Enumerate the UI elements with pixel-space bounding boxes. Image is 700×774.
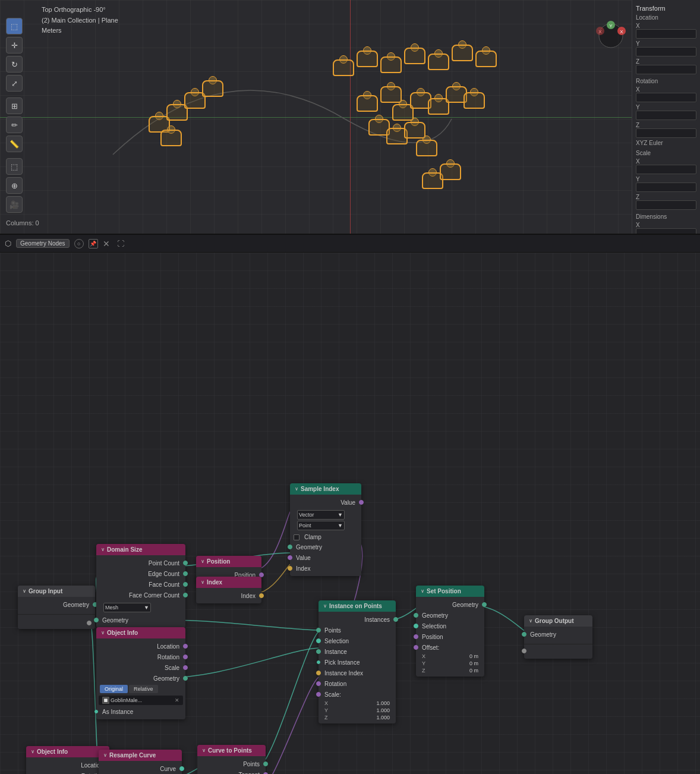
clamp-label: Clamp (302, 534, 324, 540)
face-corner-count-label: Face Corner Count (127, 592, 182, 599)
sp-position-socket[interactable] (414, 634, 418, 639)
iop-instances-socket[interactable] (393, 617, 398, 622)
mesh-dropdown[interactable]: Mesh ▼ (103, 603, 151, 612)
location-z-input[interactable] (636, 65, 696, 74)
measure-tool[interactable]: 📏 (6, 136, 23, 152)
oi1-geometry-socket[interactable] (183, 676, 188, 681)
3d-viewport[interactable]: Top Orthographic -90° (2) Main Collectio… (0, 0, 700, 235)
dim-x-input[interactable] (636, 228, 696, 235)
scale-y-input[interactable] (636, 183, 696, 192)
sp-selection-socket[interactable] (414, 624, 418, 628)
dimensions-label: Dimensions (636, 213, 696, 220)
sp-geometry-in-socket[interactable] (414, 613, 418, 618)
oi1-original-tab[interactable]: Original (100, 685, 128, 693)
face-count-socket[interactable] (183, 582, 188, 587)
goblin-instance (440, 163, 461, 180)
clamp-checkbox[interactable] (294, 534, 299, 540)
domain-size-header: ∨ Domain Size (96, 544, 185, 555)
rc-curve-out-socket[interactable] (179, 766, 184, 771)
move-tool[interactable]: ✛ (6, 37, 23, 54)
value-output-socket[interactable] (359, 500, 364, 505)
iop-selection-socket[interactable] (316, 638, 321, 643)
transform-title[interactable]: Transform (636, 5, 696, 12)
oi1-scale-socket[interactable] (183, 665, 188, 670)
oi1-as-instance-socket[interactable] (94, 710, 98, 713)
location-y-input[interactable] (636, 47, 696, 56)
si-value-socket[interactable] (288, 555, 292, 560)
annotate-tool[interactable]: ✏ (6, 117, 23, 133)
iop-points-socket[interactable] (316, 628, 321, 633)
curve-to-points-node[interactable]: ∨ Curve to Points Points Tangent Normal … (197, 745, 266, 774)
go-geometry-socket[interactable] (522, 632, 526, 637)
cursor-tool[interactable]: ⊕ (6, 177, 23, 194)
si-geometry-label: Geometry (294, 544, 324, 550)
goblin-instance (416, 140, 437, 156)
oi2-rotation-row: Rotation (26, 770, 109, 774)
node-editor[interactable]: ⬡ Geometry Nodes ○ 📌 ✕ ⛶ (0, 235, 700, 774)
iop-scale-socket[interactable] (316, 692, 321, 697)
iop-index-socket[interactable] (316, 671, 321, 675)
face-corner-count-socket[interactable] (183, 593, 188, 597)
goblin-instance (380, 86, 402, 103)
rotation-z-input[interactable] (636, 128, 696, 138)
rotation-x-input[interactable] (636, 93, 696, 102)
oi1-close-btn[interactable]: ✕ (175, 697, 179, 703)
transform-tool[interactable]: ⊞ (6, 97, 23, 114)
snap-btn[interactable]: ⛶ (117, 240, 124, 248)
index-out-row: Index (196, 590, 261, 601)
oi1-relative-tab[interactable]: Relative (129, 685, 158, 693)
camera-tool[interactable]: 🎥 (6, 196, 23, 213)
domain-size-title: Domain Size (107, 546, 142, 553)
set-position-node[interactable]: ∨ Set Position Geometry Geometry Selecti… (416, 586, 484, 677)
iop-rotation-socket[interactable] (316, 681, 321, 686)
group-input-node[interactable]: ∨ Group Input Geometry (18, 586, 95, 629)
oi1-location-socket[interactable] (183, 644, 188, 649)
group-output-node[interactable]: ∨ Group Output Geometry (524, 615, 592, 659)
oi1-object-icon: 🔲 (102, 697, 109, 704)
resample-curve-node[interactable]: ∨ Resample Curve Curve Curve Count ▼ Sel… (99, 750, 182, 774)
rotation-y-input[interactable] (636, 111, 696, 120)
sample-index-node[interactable]: ∨ Sample Index Value Vector ▼ Point ▼ C (290, 483, 361, 576)
add-cube-tool[interactable]: ⬚ (6, 158, 23, 175)
sp-offset-socket[interactable] (414, 645, 418, 650)
scale-x-input[interactable] (636, 165, 696, 174)
iop-pick-socket[interactable] (317, 660, 320, 664)
si-value-label: Value (294, 555, 313, 561)
domain-size-geometry-socket[interactable] (94, 618, 99, 622)
pin-btn[interactable]: 📌 (89, 239, 98, 248)
point-count-socket[interactable] (183, 561, 188, 565)
oi1-location-row: Location (96, 641, 185, 652)
select-tool[interactable]: ⬚ (6, 18, 23, 34)
sp-geometry-out-socket[interactable] (482, 602, 487, 607)
vector-dropdown[interactable]: Vector ▼ (297, 510, 345, 520)
go-extra-socket[interactable] (522, 649, 526, 653)
si-geometry-socket[interactable] (288, 545, 292, 549)
index-node[interactable]: ∨ Index Index (196, 577, 261, 603)
node-editor-type-btn[interactable]: Geometry Nodes (16, 239, 70, 248)
clamp-row: Clamp (290, 533, 361, 542)
instance-on-points-node[interactable]: ∨ Instance on Points Instances Points Se… (319, 600, 396, 723)
edge-count-socket[interactable] (183, 571, 188, 576)
ctp-points-socket[interactable] (263, 762, 268, 766)
extra-output-socket[interactable] (87, 621, 92, 625)
location-x-input[interactable] (636, 29, 696, 39)
set-position-title: Set Position (427, 588, 461, 594)
position-header: ∨ Position (196, 556, 261, 567)
sp-geometry-out-label: Geometry (450, 602, 481, 608)
si-index-label: Index (294, 565, 313, 572)
rotate-tool[interactable]: ↻ (6, 56, 23, 73)
object-info-2-node[interactable]: ∨ Object Info Location Rotation Scale Ge… (26, 746, 109, 774)
oi1-rotation-socket[interactable] (183, 655, 188, 659)
scale-tool[interactable]: ⤢ (6, 75, 23, 92)
object-info-1-node[interactable]: ∨ Object Info Location Rotation Scale Ge… (96, 627, 185, 719)
iop-instance-socket[interactable] (316, 649, 321, 654)
ctp-points-row: Points (197, 759, 266, 769)
scale-z-input[interactable] (636, 200, 696, 210)
index-output-socket[interactable] (259, 593, 264, 598)
point-dropdown[interactable]: Point ▼ (297, 521, 345, 530)
iop-rotation-label: Rotation (322, 681, 349, 687)
domain-size-node[interactable]: ∨ Domain Size Point Count Edge Count Fac… (96, 544, 185, 628)
si-index-socket[interactable] (288, 566, 292, 571)
close-editor-btn[interactable]: ✕ (103, 239, 110, 248)
iop-instance-label: Instance (322, 649, 349, 655)
